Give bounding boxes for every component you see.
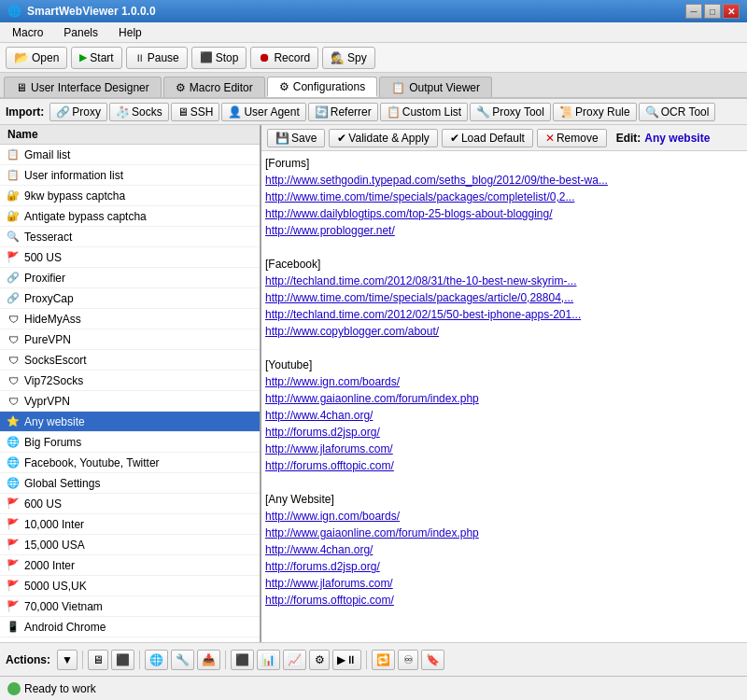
close-button[interactable]: ✕ [723,4,740,19]
import-ocrtool-btn[interactable]: 🔍 OCR Tool [639,103,716,121]
list-item[interactable]: 🛡HideMyAss [0,309,260,329]
content-line[interactable]: http://www.dailyblogtips.com/top-25-blog… [265,205,743,222]
import-proxy-btn[interactable]: 🔗 Proxy [49,103,107,121]
content-text[interactable]: [Forums]http://www.sethgodin.typepad.com… [261,151,747,642]
list-item-label: Facebook, Youtube, Twitter [24,456,160,469]
content-line[interactable]: http://www.copyblogger.com/about/ [265,323,743,340]
maximize-button[interactable]: □ [704,4,721,19]
content-line[interactable]: http://www.time.com/time/specials/packag… [265,189,743,205]
load-default-button[interactable]: ✔ Load Default [442,129,533,147]
action-btn-13[interactable]: ♾ [398,650,418,670]
stop-button[interactable]: ⬛ Stop [191,47,247,69]
spy-button[interactable]: 🕵 Spy [322,47,375,69]
action-btn-5[interactable]: 🔧 [171,650,194,670]
sep3 [225,651,226,669]
content-line[interactable]: http://www.gaiaonline.com/forum/index.ph… [265,525,743,541]
content-line[interactable]: http://techland.time.com/2012/08/31/the-… [265,273,743,289]
left-panel-list[interactable]: 📋Gmail list📋User information list🔐9kw by… [0,145,260,642]
action-btn-9[interactable]: 📈 [283,650,306,670]
status-text: Ready to work [24,682,96,695]
content-line[interactable]: http://www.time.com/time/specials/packag… [265,289,743,306]
import-proxyrule-btn[interactable]: 📜 Proxy Rule [553,103,637,121]
content-line[interactable]: http://techland.time.com/2012/02/15/50-b… [265,306,743,323]
content-line[interactable]: http://www.ign.com/boards/ [265,373,743,390]
list-item[interactable]: 🌐Global Settings [0,473,260,494]
tab-output-viewer[interactable]: 📋 Output Viewer [379,77,492,97]
content-line[interactable]: http://forums.offtopic.com/ [265,592,743,609]
list-item[interactable]: 🚩600 US [0,494,260,514]
action-btn-12[interactable]: 🔁 [372,650,395,670]
tab-ui-designer[interactable]: 🖥 User Interface Designer [4,77,162,97]
open-button[interactable]: 📂 Open [6,47,67,69]
list-item[interactable]: ⭐Any website [0,412,260,432]
remove-button[interactable]: ✕ Remove [537,129,607,147]
menu-help[interactable]: Help [110,23,150,42]
list-item[interactable]: 🛡PureVPN [0,329,260,350]
start-button[interactable]: ▶ Start [71,47,121,69]
list-item[interactable]: 📱Android Chrome [0,617,260,637]
menu-panels[interactable]: Panels [55,23,106,42]
save-button[interactable]: 💾 Save [267,129,325,147]
import-ssh-btn[interactable]: 🖥 SSH [171,103,220,121]
action-btn-14[interactable]: 🔖 [421,650,444,670]
content-area[interactable]: [Forums]http://www.sethgodin.typepad.com… [261,151,747,642]
import-socks-btn[interactable]: 🧦 Socks [109,103,169,121]
list-item-label: HideMyAss [24,313,81,326]
minimize-button[interactable]: ─ [685,4,702,19]
list-item[interactable]: 🚩70,000 Vietnam [0,596,260,617]
bottom-toolbar: Actions: ▼ 🖥 ⬛ 🌐 🔧 📥 ⬛ 📊 📈 ⚙ ▶⏸ 🔁 ♾ 🔖 [0,642,747,676]
list-item[interactable]: 🌐Facebook, Youtube, Twitter [0,453,260,473]
list-item[interactable]: 🌐Big Forums [0,432,260,453]
pause-button[interactable]: ⏸ Pause [126,47,188,69]
menu-macro[interactable]: Macro [4,23,51,42]
validate-button[interactable]: ✔ Validate & Apply [329,129,438,147]
import-referrer-btn[interactable]: 🔄 Referrer [308,103,378,121]
list-item[interactable]: 🔍Tesseract [0,227,260,247]
list-item-icon: 🌐 [6,455,21,470]
content-line[interactable]: http://www.problogger.net/ [265,222,743,239]
action-btn-2[interactable]: 🖥 [88,650,108,670]
list-item[interactable]: 🚩15,000 USA [0,535,260,555]
list-item[interactable]: 📋Gmail list [0,145,260,165]
list-item[interactable]: 💻Windows 7 Firefox [0,637,260,642]
tab-macro-editor[interactable]: ⚙ Macro Editor [163,77,265,97]
list-item[interactable]: 📋User information list [0,165,260,186]
list-item[interactable]: 🚩10,000 Inter [0,514,260,535]
list-item[interactable]: 🚩5000 US,UK [0,576,260,596]
content-line[interactable]: http://www.jlaforums.com/ [265,575,743,592]
content-line[interactable]: http://www.ign.com/boards/ [265,508,743,525]
import-useragent-btn[interactable]: 👤 User Agent [221,103,305,121]
action-btn-1[interactable]: ▼ [57,650,78,670]
list-item[interactable]: 🔐Antigate bypass captcha [0,206,260,227]
content-line[interactable]: http://www.4chan.org/ [265,407,743,424]
record-button[interactable]: ⏺ Record [250,47,318,69]
content-line[interactable]: http://forums.offtopic.com/ [265,457,743,474]
action-btn-3[interactable]: ⬛ [111,650,134,670]
action-btn-8[interactable]: 📊 [257,650,280,670]
list-item[interactable]: 🛡SocksEscort [0,350,260,371]
list-item-icon: 🚩 [6,579,21,594]
action-btn-11[interactable]: ▶⏸ [332,650,361,670]
content-line[interactable]: http://www.gaiaonline.com/forum/index.ph… [265,390,743,407]
list-item-icon: 🔗 [6,291,21,306]
content-line[interactable]: http://forums.d2jsp.org/ [265,558,743,575]
content-line[interactable]: http://forums.d2jsp.org/ [265,424,743,441]
list-item[interactable]: 🔗ProxyCap [0,288,260,309]
ui-designer-icon: 🖥 [16,81,27,94]
list-item[interactable]: 🚩500 US [0,247,260,268]
action-btn-4[interactable]: 🌐 [145,650,168,670]
list-item[interactable]: 🔗Proxifier [0,268,260,288]
import-proxytool-btn[interactable]: 🔧 Proxy Tool [470,103,551,121]
list-item[interactable]: 🛡Vip72Socks [0,371,260,391]
content-line[interactable]: http://www.jlaforums.com/ [265,441,743,457]
action-btn-10[interactable]: ⚙ [309,650,330,670]
import-customlist-btn[interactable]: 📋 Custom List [380,103,468,121]
list-item[interactable]: 🚩2000 Inter [0,555,260,576]
content-line[interactable]: http://www.sethgodin.typepad.com/seths_b… [265,172,743,189]
action-btn-7[interactable]: ⬛ [231,650,254,670]
tab-configurations[interactable]: ⚙ Configurations [267,77,377,97]
action-btn-6[interactable]: 📥 [197,650,220,670]
list-item[interactable]: 🛡VyprVPN [0,391,260,412]
list-item[interactable]: 🔐9kw bypass captcha [0,186,260,206]
content-line[interactable]: http://www.4chan.org/ [265,541,743,558]
